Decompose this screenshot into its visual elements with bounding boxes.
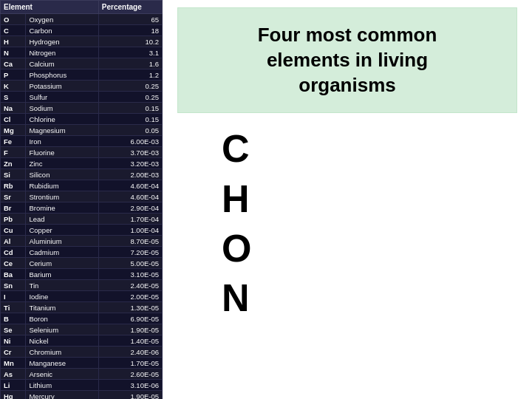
- element-symbol: B: [1, 313, 26, 324]
- element-symbol: Ba: [1, 269, 26, 280]
- table-row: OOxygen65: [1, 14, 163, 25]
- element-percentage: 0.15: [98, 114, 162, 125]
- table-row: IIodine2.00E-05: [1, 291, 163, 302]
- element-percentage: 0.25: [98, 81, 162, 92]
- element-percentage: 3.10E-06: [98, 380, 162, 391]
- table-row: FeIron6.00E-03: [1, 136, 163, 147]
- element-name: Aluminium: [26, 236, 98, 247]
- element-name: Titanium: [26, 302, 98, 313]
- element-symbol: Cl: [1, 114, 26, 125]
- element-percentage: 1.00E-04: [98, 225, 162, 236]
- table-row: RbRubidium4.60E-04: [1, 180, 163, 191]
- table-row: PbLead1.70E-04: [1, 214, 163, 225]
- right-panel: Four most commonelements in livingorgani…: [163, 0, 532, 399]
- table-row: TiTitanium1.30E-05: [1, 302, 163, 313]
- element-name: Arsenic: [26, 369, 98, 380]
- element-percentage: 3.10E-05: [98, 269, 162, 280]
- element-percentage: 0.05: [98, 125, 162, 136]
- element-name: Nitrogen: [26, 47, 98, 58]
- element-percentage: 1.90E-05: [98, 324, 162, 335]
- element-percentage: 1.6: [98, 58, 162, 69]
- element-letter-n: N: [222, 277, 517, 319]
- element-symbol: Sn: [1, 280, 26, 291]
- table-row: CeCerium5.00E-05: [1, 258, 163, 269]
- element-name: Tin: [26, 280, 98, 291]
- table-row: MgMagnesium0.05: [1, 125, 163, 136]
- element-percentage: 0.25: [98, 92, 162, 103]
- element-symbol: I: [1, 291, 26, 302]
- element-percentage: 1.90E-05: [98, 391, 162, 400]
- element-symbol: Na: [1, 103, 26, 114]
- table-row: PPhosphorus1.2: [1, 69, 163, 81]
- element-symbol: Ni: [1, 335, 26, 347]
- element-name: Copper: [26, 225, 98, 236]
- element-symbol: Cu: [1, 225, 26, 236]
- element-name: Mercury: [26, 391, 98, 400]
- element-name: Bromine: [26, 202, 98, 214]
- table-row: SSulfur0.25: [1, 92, 163, 103]
- element-header: Element: [1, 1, 99, 14]
- element-name: Iodine: [26, 291, 98, 302]
- element-name: Strontium: [26, 191, 98, 202]
- element-symbol: Si: [1, 169, 26, 180]
- title-text: Four most commonelements in livingorgani…: [258, 24, 437, 96]
- table-row: NaSodium0.15: [1, 103, 163, 114]
- element-name: Zinc: [26, 158, 98, 169]
- table-row: HgMercury1.90E-05: [1, 391, 163, 400]
- element-name: Fluorine: [26, 147, 98, 158]
- table-row: HHydrogen10.2: [1, 36, 163, 47]
- element-symbol: C: [1, 25, 26, 36]
- element-symbol: O: [1, 14, 26, 25]
- element-percentage: 2.40E-06: [98, 347, 162, 358]
- element-symbol: Sr: [1, 191, 26, 202]
- element-symbol: Ce: [1, 258, 26, 269]
- element-name: Sulfur: [26, 92, 98, 103]
- table-row: NiNickel1.40E-05: [1, 335, 163, 347]
- table-row: AlAluminium8.70E-05: [1, 236, 163, 247]
- element-percentage: 3.20E-03: [98, 158, 162, 169]
- element-percentage: 1.30E-05: [98, 302, 162, 313]
- element-symbol: Cr: [1, 347, 26, 358]
- elements-table: Element Percentage OOxygen65CCarbon18HHy…: [0, 0, 163, 399]
- element-symbol: H: [1, 36, 26, 47]
- element-percentage: 6.00E-03: [98, 136, 162, 147]
- element-symbol: Al: [1, 236, 26, 247]
- element-percentage: 0.15: [98, 103, 162, 114]
- element-letter-o: O: [222, 228, 517, 270]
- element-percentage: 10.2: [98, 36, 162, 47]
- element-symbol: Mn: [1, 358, 26, 369]
- table-row: SiSilicon2.00E-03: [1, 169, 163, 180]
- element-percentage: 4.60E-04: [98, 180, 162, 191]
- table-row: KPotassium0.25: [1, 81, 163, 92]
- title-box: Four most commonelements in livingorgani…: [177, 7, 517, 113]
- element-name: Carbon: [26, 25, 98, 36]
- element-symbol: Br: [1, 202, 26, 214]
- element-percentage: 1.2: [98, 69, 162, 81]
- element-symbol: S: [1, 92, 26, 103]
- table-row: BrBromine2.90E-04: [1, 202, 163, 214]
- element-symbol: Rb: [1, 180, 26, 191]
- element-name: Barium: [26, 269, 98, 280]
- element-symbol: Fe: [1, 136, 26, 147]
- element-letter-c: C: [222, 128, 517, 170]
- table-row: CuCopper1.00E-04: [1, 225, 163, 236]
- element-symbol: Cd: [1, 247, 26, 258]
- element-percentage: 2.00E-05: [98, 291, 162, 302]
- element-name: Oxygen: [26, 14, 98, 25]
- table-row: AsArsenic2.60E-05: [1, 369, 163, 380]
- element-symbol: Pb: [1, 214, 26, 225]
- element-name: Cerium: [26, 258, 98, 269]
- element-symbol: As: [1, 369, 26, 380]
- element-letter-h: H: [222, 178, 517, 220]
- table-row: CdCadmium7.20E-05: [1, 247, 163, 258]
- element-percentage: 1.70E-05: [98, 358, 162, 369]
- table-row: BaBarium3.10E-05: [1, 269, 163, 280]
- element-percentage: 7.20E-05: [98, 247, 162, 258]
- element-percentage: 2.60E-05: [98, 369, 162, 380]
- element-name: Lithium: [26, 380, 98, 391]
- element-percentage: 2.90E-04: [98, 202, 162, 214]
- element-percentage: 1.70E-04: [98, 214, 162, 225]
- element-symbol: K: [1, 81, 26, 92]
- table-row: ZnZinc3.20E-03: [1, 158, 163, 169]
- element-name: Magnesium: [26, 125, 98, 136]
